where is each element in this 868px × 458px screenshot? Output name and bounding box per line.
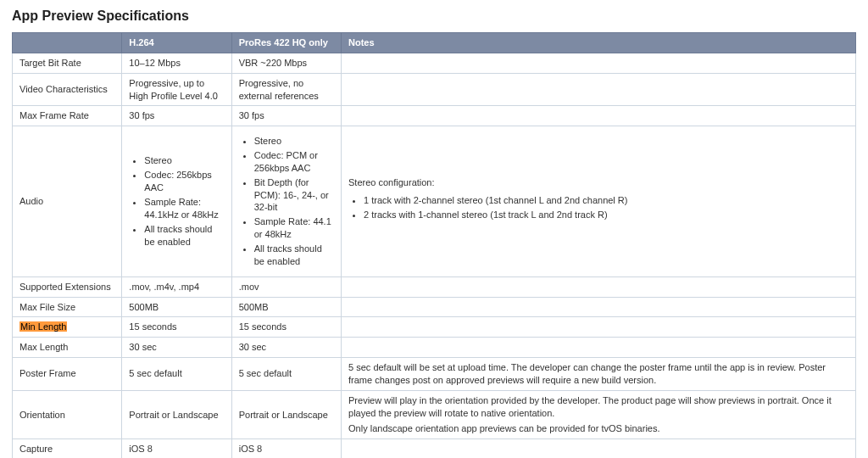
row-label: Capture	[13, 439, 122, 458]
cell-notes	[342, 297, 856, 317]
audio-notes-list: 1 track with 2-channel stereo (1st chann…	[352, 194, 849, 221]
row-label: Supported Extensions	[13, 276, 122, 297]
audio-prores-list: Stereo Codec: PCM or 256kbps AAC Bit Dep…	[242, 135, 334, 267]
table-row: Capture iOS 8 iOS 8	[13, 439, 856, 458]
row-label: Orientation	[13, 390, 122, 439]
col-header-prores: ProRes 422 HQ only	[231, 33, 341, 53]
table-row: Max Frame Rate 30 fps 30 fps	[13, 106, 856, 126]
cell-h264: Progressive, up to High Profile Level 4.…	[122, 73, 231, 106]
table-header-row: H.264 ProRes 422 HQ only Notes	[13, 33, 856, 53]
list-item: 1 track with 2-channel stereo (1st chann…	[364, 194, 849, 207]
cell-h264: 15 seconds	[122, 317, 231, 338]
row-label: Max Length	[13, 338, 122, 358]
table-row: Max File Size 500MB 500MB	[13, 297, 856, 317]
table-row: Poster Frame 5 sec default 5 sec default…	[13, 358, 856, 391]
cell-h264: 500MB	[122, 297, 231, 317]
list-item: Bit Depth (for PCM): 16-, 24-, or 32-bit	[254, 176, 334, 215]
row-label: Audio	[13, 126, 122, 276]
col-header-notes: Notes	[342, 33, 856, 53]
notes-lead: Stereo configuration:	[348, 176, 849, 189]
list-item: Sample Rate: 44.1 or 48kHz	[254, 215, 334, 241]
list-item: All tracks should be enabled	[254, 243, 334, 268]
cell-h264: Stereo Codec: 256kbps AAC Sample Rate: 4…	[122, 126, 231, 276]
table-row: Min Length 15 seconds 15 seconds	[13, 317, 856, 338]
col-header-h264: H.264	[122, 33, 231, 53]
list-item: Codec: 256kbps AAC	[144, 169, 224, 194]
cell-h264: Portrait or Landscape	[122, 390, 231, 439]
cell-prores: Progressive, no external references	[231, 73, 341, 106]
cell-notes	[342, 106, 856, 126]
cell-notes	[342, 276, 856, 297]
row-label: Target Bit Rate	[13, 53, 122, 73]
cell-h264: iOS 8	[122, 439, 231, 458]
notes-line: Preview will play in the orientation pro…	[348, 395, 832, 418]
list-item: 2 tracks with 1-channel stereo (1st trac…	[364, 209, 849, 221]
cell-prores: 15 seconds	[231, 317, 341, 338]
cell-prores: iOS 8	[231, 439, 341, 458]
cell-h264: 30 fps	[122, 106, 231, 126]
cell-prores: 5 sec default	[231, 358, 341, 391]
cell-prores: 30 sec	[231, 338, 341, 358]
cell-prores: Stereo Codec: PCM or 256kbps AAC Bit Dep…	[231, 126, 341, 276]
cell-prores: VBR ~220 Mbps	[231, 53, 341, 73]
cell-prores: 30 fps	[231, 106, 341, 126]
notes-line: Only landscape orientation app previews …	[348, 422, 849, 435]
cell-prores: Portrait or Landscape	[231, 390, 341, 439]
highlighted-text: Min Length	[19, 321, 67, 332]
page-title: App Preview Specifications	[12, 8, 856, 24]
table-row: Target Bit Rate 10–12 Mbps VBR ~220 Mbps	[13, 53, 856, 73]
row-label: Max Frame Rate	[13, 106, 122, 126]
audio-h264-list: Stereo Codec: 256kbps AAC Sample Rate: 4…	[132, 154, 224, 248]
cell-h264: .mov, .m4v, .mp4	[122, 276, 231, 297]
list-item: Codec: PCM or 256kbps AAC	[254, 149, 334, 175]
cell-notes	[342, 439, 856, 458]
cell-prores: 500MB	[231, 297, 341, 317]
cell-notes	[342, 338, 856, 358]
table-row-audio: Audio Stereo Codec: 256kbps AAC Sample R…	[13, 126, 856, 276]
col-header-label	[13, 33, 122, 53]
cell-notes	[342, 317, 856, 338]
cell-h264: 10–12 Mbps	[122, 53, 231, 73]
cell-notes: Stereo configuration: 1 track with 2-cha…	[342, 126, 856, 276]
list-item: All tracks should be enabled	[144, 223, 224, 249]
list-item: Stereo	[144, 154, 224, 167]
cell-h264: 5 sec default	[122, 358, 231, 391]
list-item: Sample Rate: 44.1kHz or 48kHz	[144, 196, 224, 221]
table-row: Video Characteristics Progressive, up to…	[13, 73, 856, 106]
cell-notes: Preview will play in the orientation pro…	[342, 390, 856, 439]
spec-table: H.264 ProRes 422 HQ only Notes Target Bi…	[12, 32, 856, 458]
table-row: Max Length 30 sec 30 sec	[13, 338, 856, 358]
list-item: Stereo	[254, 135, 334, 148]
row-label: Video Characteristics	[13, 73, 122, 106]
cell-notes	[342, 53, 856, 73]
table-row: Supported Extensions .mov, .m4v, .mp4 .m…	[13, 276, 856, 297]
row-label-highlighted: Min Length	[13, 317, 122, 338]
cell-notes: 5 sec default will be set at upload time…	[342, 358, 856, 391]
cell-prores: .mov	[231, 276, 341, 297]
cell-h264: 30 sec	[122, 338, 231, 358]
cell-notes	[342, 73, 856, 106]
row-label: Max File Size	[13, 297, 122, 317]
row-label: Poster Frame	[13, 358, 122, 391]
table-row: Orientation Portrait or Landscape Portra…	[13, 390, 856, 439]
